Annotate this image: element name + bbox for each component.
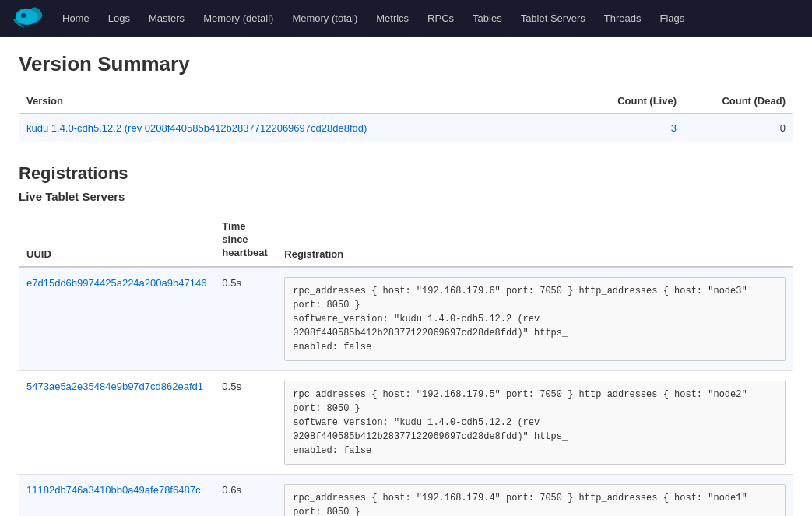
logo-icon	[6, 3, 47, 34]
count-dead-col-header: Count (Dead)	[684, 89, 793, 114]
uuid-col-header: UUID	[19, 214, 214, 267]
count-live-link[interactable]: 3	[671, 122, 677, 134]
nav-links: Home Logs Masters Memory (detail) Memory…	[53, 0, 694, 37]
uuid-link[interactable]: 5473ae5a2e35484e9b97d7cd862eafd1	[26, 381, 203, 392]
nav-tablet-servers[interactable]: Tablet Servers	[511, 0, 595, 37]
uuid-link[interactable]: e7d15dd6b9974425a224a200a9b47146	[26, 277, 206, 289]
nav-rpcs[interactable]: RPCs	[418, 0, 463, 37]
table-row: 5473ae5a2e35484e9b97d7cd862eafd1 0.5s rp…	[19, 370, 793, 474]
table-row: kudu 1.4.0-cdh5.12.2 (rev 0208f440585b41…	[19, 114, 793, 142]
main-content: Version Summary Version Count (Live) Cou…	[0, 37, 812, 516]
count-dead-value: 0	[780, 122, 786, 134]
version-col-header: Version	[19, 89, 575, 114]
count-dead-cell: 0	[684, 114, 793, 142]
registration-cell: rpc_addresses { host: "192.168.179.5" po…	[276, 370, 793, 474]
live-tablet-servers-title: Live Tablet Servers	[19, 190, 793, 203]
table-row: 11182db746a3410bb0a49afe78f6487c 0.6s rp…	[19, 474, 793, 516]
nav-memory-total[interactable]: Memory (total)	[283, 0, 367, 37]
count-live-col-header: Count (Live)	[575, 89, 684, 114]
registrations-title: Registrations	[19, 163, 793, 184]
version-link[interactable]: kudu 1.4.0-cdh5.12.2 (rev 0208f440585b41…	[26, 122, 367, 134]
uuid-cell: 5473ae5a2e35484e9b97d7cd862eafd1	[19, 370, 214, 474]
time-cell: 0.5s	[214, 370, 276, 474]
version-table: Version Count (Live) Count (Dead) kudu 1…	[19, 89, 793, 142]
registration-cell: rpc_addresses { host: "192.168.179.6" po…	[276, 267, 793, 371]
time-cell: 0.6s	[214, 474, 276, 516]
nav-metrics[interactable]: Metrics	[367, 0, 418, 37]
registrations-table-wrapper: UUID Time since heartbeat Registration e…	[19, 214, 793, 516]
nav-threads[interactable]: Threads	[595, 0, 651, 37]
nav-flags[interactable]: Flags	[650, 0, 694, 37]
time-col-header: Time since heartbeat	[214, 214, 276, 267]
registration-col-header: Registration	[276, 214, 793, 267]
uuid-link[interactable]: 11182db746a3410bb0a49afe78f6487c	[26, 484, 200, 496]
table-row: e7d15dd6b9974425a224a200a9b47146 0.5s rp…	[19, 267, 793, 371]
nav-tables[interactable]: Tables	[463, 0, 511, 37]
svg-point-1	[21, 13, 26, 18]
nav-home[interactable]: Home	[53, 0, 99, 37]
count-live-cell: 3	[575, 114, 684, 142]
navbar: Home Logs Masters Memory (detail) Memory…	[0, 0, 812, 37]
time-cell: 0.5s	[214, 267, 276, 371]
registration-box: rpc_addresses { host: "192.168.179.4" po…	[284, 484, 786, 516]
nav-logs[interactable]: Logs	[99, 0, 139, 37]
page-title: Version Summary	[19, 52, 793, 76]
registrations-table: UUID Time since heartbeat Registration e…	[19, 214, 793, 516]
registration-cell: rpc_addresses { host: "192.168.179.4" po…	[276, 474, 793, 516]
uuid-cell: e7d15dd6b9974425a224a200a9b47146	[19, 267, 214, 371]
nav-memory-detail[interactable]: Memory (detail)	[194, 0, 283, 37]
registration-box: rpc_addresses { host: "192.168.179.6" po…	[284, 277, 786, 361]
version-cell: kudu 1.4.0-cdh5.12.2 (rev 0208f440585b41…	[19, 114, 575, 142]
nav-masters[interactable]: Masters	[139, 0, 194, 37]
registration-box: rpc_addresses { host: "192.168.179.5" po…	[284, 381, 786, 465]
uuid-cell: 11182db746a3410bb0a49afe78f6487c	[19, 474, 214, 516]
